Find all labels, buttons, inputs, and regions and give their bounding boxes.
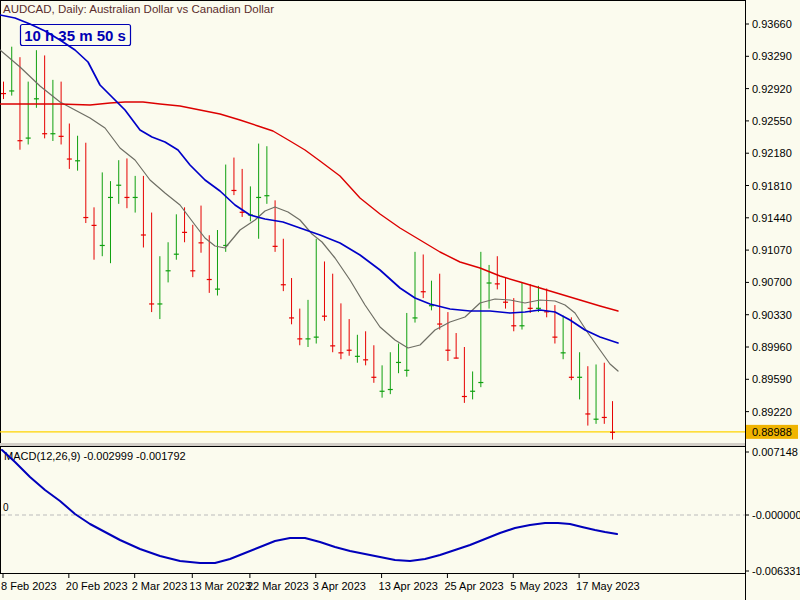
price-axis-label: 0.92920: [752, 83, 792, 95]
bear-candle-body: [421, 291, 426, 292]
pane-divider: [0, 443, 746, 446]
bull-candle-body: [75, 160, 80, 161]
bear-candle-body: [322, 316, 327, 317]
chart-canvas[interactable]: AUDCAD, Daily: Australian Dollar vs Cana…: [0, 0, 800, 600]
trading-chart-window: AUDCAD, Daily: Australian Dollar vs Cana…: [0, 0, 800, 600]
bear-candle-body: [231, 190, 236, 191]
bear-candle-body: [92, 225, 97, 226]
price-axis-label: 0.89220: [752, 406, 792, 418]
bull-candle-body: [100, 245, 105, 246]
date-axis-label: 22 Mar 2023: [247, 580, 309, 592]
bull-candle-body: [133, 197, 138, 198]
bear-candle-body: [363, 359, 368, 360]
price-axis-label: 0.89960: [752, 341, 792, 353]
price-axis-label: 0.91070: [752, 244, 792, 256]
bear-candle-body: [610, 432, 615, 433]
price-axis-label: 0.92550: [752, 115, 792, 127]
date-axis-label: 25 Apr 2023: [444, 580, 503, 592]
chart-annotations: AUDCAD, Daily: Australian Dollar vs Cana…: [3, 3, 274, 513]
bear-candle-body: [585, 413, 590, 414]
bear-candle-body: [1, 93, 6, 94]
bear-candle-body: [83, 217, 88, 218]
bear-candle-body: [445, 350, 450, 351]
bear-candle-body: [552, 337, 557, 338]
bull-candle-body: [174, 254, 179, 255]
bear-candle-body: [17, 140, 22, 141]
bull-candle-body: [215, 289, 220, 290]
bear-candle-body: [297, 338, 302, 339]
price-axis-label: 0.93290: [752, 50, 792, 62]
date-axis-label: 13 Apr 2023: [379, 580, 438, 592]
bear-candle-body: [602, 417, 607, 418]
bear-candle-body: [503, 302, 508, 303]
bull-candle-body: [404, 370, 409, 371]
bull-candle-body: [116, 185, 121, 186]
bull-candle-body: [166, 270, 171, 271]
bear-candle-body: [207, 279, 212, 280]
bull-candle-body: [314, 337, 319, 338]
bull-candle-body: [413, 317, 418, 318]
macd-signal-line: [2, 450, 617, 563]
bear-candle-body: [454, 357, 459, 358]
bull-candle-body: [306, 338, 311, 339]
bull-candle-body: [594, 419, 599, 420]
price-axis-label: 0.90700: [752, 276, 792, 288]
date-axis-label: 5 May 2023: [510, 580, 567, 592]
bull-candle-body: [577, 377, 582, 378]
bull-candle-body: [388, 389, 393, 390]
bull-candle-body: [34, 98, 39, 99]
bull-candle-body: [157, 303, 162, 304]
bear-candle-body: [281, 284, 286, 285]
date-axis-label: 2 Mar 2023: [132, 580, 188, 592]
blue-ma-line: [0, 15, 618, 343]
bear-candle-body: [462, 396, 467, 397]
date-axis-label: 3 Apr 2023: [313, 580, 366, 592]
bear-candle-body: [289, 317, 294, 318]
bull-candle-body: [108, 197, 113, 198]
bear-candle-body: [141, 234, 146, 235]
bear-candle-body: [495, 283, 500, 284]
macd-pane-border: [1, 447, 746, 574]
bull-candle-body: [9, 90, 14, 91]
date-axis-label: 13 Mar 2023: [189, 580, 251, 592]
candle-countdown-timer: 10 h 35 m 50 s: [24, 27, 126, 44]
bear-candle-body: [124, 197, 129, 198]
date-axis-label: 17 May 2023: [576, 580, 640, 592]
gray-ma-line: [0, 50, 618, 371]
bull-candle-body: [519, 325, 524, 326]
bull-candle-body: [536, 308, 541, 309]
bull-candle-body: [487, 282, 492, 283]
macd-indicator-label: MACD(12,26,9) -0.002999 -0.001792: [4, 450, 186, 462]
bear-candle-body: [273, 246, 278, 247]
bear-candle-body: [59, 136, 64, 137]
bull-candle-body: [355, 356, 360, 357]
bull-candle-body: [264, 195, 269, 196]
bull-candle-body: [478, 382, 483, 383]
macd-axis-label: 0.007148: [752, 446, 798, 458]
date-axis-label: 8 Feb 2023: [1, 580, 57, 592]
macd-axis-label: -0.006331: [752, 565, 800, 577]
bull-candle-body: [396, 362, 401, 363]
bear-candle-body: [330, 345, 335, 346]
bear-candle-body: [338, 352, 343, 353]
bear-candle-body: [528, 308, 533, 309]
bear-candle-body: [347, 350, 352, 351]
macd-axis-label: -0.000000: [752, 509, 800, 521]
price-axis-label: 0.90330: [752, 309, 792, 321]
bull-candle-body: [380, 391, 385, 392]
bear-candle-body: [182, 232, 187, 233]
price-axis-label: 0.89590: [752, 373, 792, 385]
bull-candle-body: [26, 137, 31, 138]
price-axis-label: 0.91810: [752, 180, 792, 192]
bear-candle-body: [199, 242, 204, 243]
macd-zero-label: 0: [3, 502, 9, 513]
bear-candle-body: [67, 158, 72, 159]
price-axis-label: 0.92180: [752, 147, 792, 159]
candlesticks: [1, 47, 615, 440]
bear-candle-body: [149, 303, 154, 304]
indicator-lines: [0, 15, 618, 563]
bull-candle-body: [256, 197, 261, 198]
bear-candle-body: [569, 377, 574, 378]
bear-candle-body: [42, 133, 47, 134]
bear-candle-body: [190, 270, 195, 271]
